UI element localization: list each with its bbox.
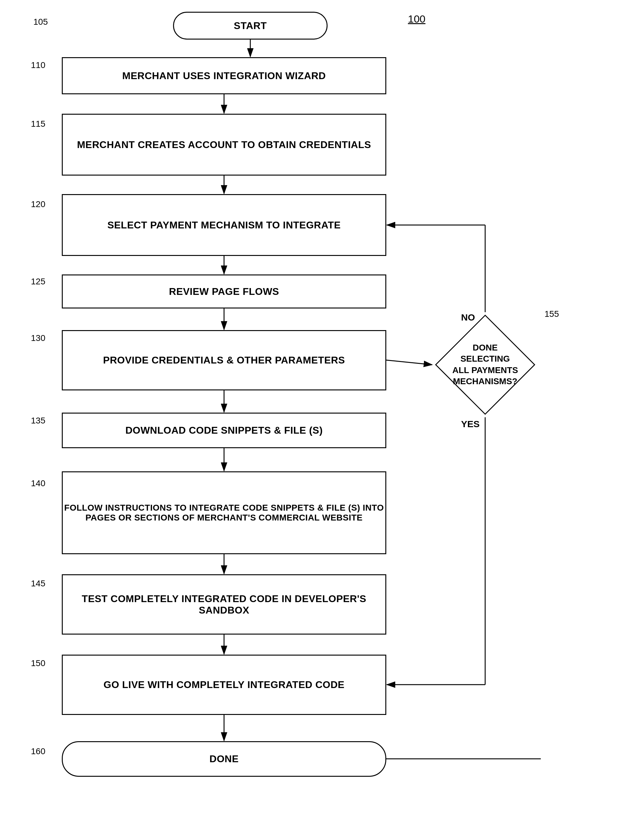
ref-110: 110 [31, 60, 45, 70]
ref-140: 140 [31, 478, 45, 488]
step-110-box: MERCHANT USES INTEGRATION WIZARD [62, 57, 386, 94]
ref-120: 120 [31, 199, 45, 209]
ref-135: 135 [31, 416, 45, 426]
step-115-box: MERCHANT CREATES ACCOUNT TO OBTAIN CREDE… [62, 114, 386, 175]
step-130-box: PROVIDE CREDENTIALS & OTHER PARAMETERS [62, 330, 386, 391]
step-120-box: SELECT PAYMENT MECHANISM TO INTEGRATE [62, 194, 386, 256]
step-160-box: DONE [62, 741, 386, 777]
ref-145: 145 [31, 579, 45, 589]
no-label: NO [461, 312, 475, 323]
yes-label: YES [461, 419, 480, 429]
ref-150: 150 [31, 658, 45, 668]
step-125-box: REVIEW PAGE FLOWS [62, 275, 386, 309]
diagram-title-ref: 100 [408, 13, 426, 25]
ref-125: 125 [31, 277, 45, 286]
step-135-box: DOWNLOAD CODE SNIPPETS & FILE (S) [62, 413, 386, 448]
start-box: START [173, 12, 328, 40]
ref-105: 105 [34, 17, 48, 27]
step-140-box: FOLLOW INSTRUCTIONS TO INTEGRATE CODE SN… [62, 471, 386, 554]
ref-130: 130 [31, 333, 45, 343]
step-150-box: GO LIVE WITH COMPLETELY INTEGRATED CODE [62, 654, 386, 715]
decision-155-text: DONE SELECTING ALL PAYMENTS MECHANISMS? [451, 342, 519, 387]
ref-115: 115 [31, 119, 45, 129]
ref-160: 160 [31, 746, 45, 756]
ref-155: 155 [544, 309, 559, 319]
svg-line-12 [386, 360, 432, 365]
step-145-box: TEST COMPLETELY INTEGRATED CODE IN DEVEL… [62, 574, 386, 635]
decision-155-diamond: DONE SELECTING ALL PAYMENTS MECHANISMS? [433, 312, 538, 417]
flowchart-diagram: 100 105 START 110 MERCHANT USES INTEGRAT… [0, 0, 644, 833]
